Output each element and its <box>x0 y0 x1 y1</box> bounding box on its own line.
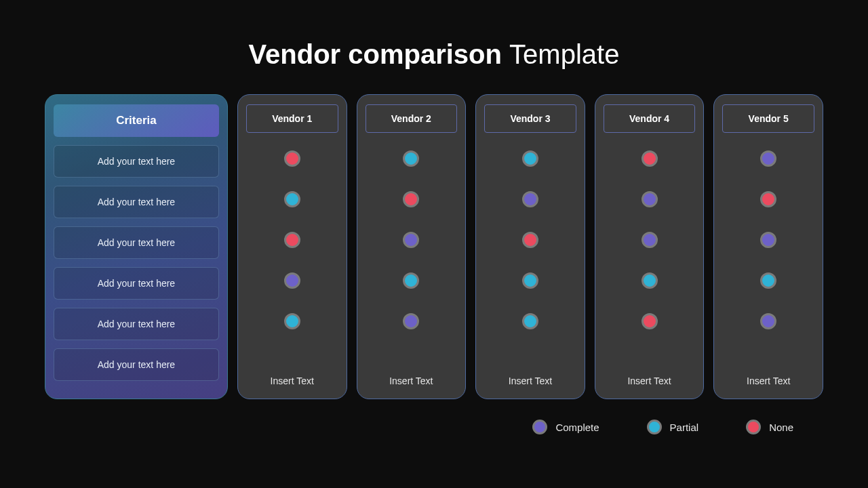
page-title: Vendor comparison Template <box>0 0 868 94</box>
status-dot <box>642 232 658 248</box>
status-dot <box>284 191 300 207</box>
status-dot <box>522 313 538 329</box>
status-dot <box>642 313 658 329</box>
vendor-header: Vendor 2 <box>366 104 458 133</box>
criteria-header: Criteria <box>54 104 219 137</box>
vendor-dots <box>484 146 576 366</box>
vendor-footer[interactable]: Insert Text <box>604 366 696 386</box>
status-dot <box>642 191 658 207</box>
criteria-item[interactable]: Add your text here <box>54 348 219 381</box>
status-dot <box>760 150 776 167</box>
criteria-item[interactable]: Add your text here <box>54 186 219 218</box>
status-dot <box>403 232 419 248</box>
status-dot <box>642 272 658 289</box>
vendor-footer[interactable]: Insert Text <box>722 366 814 386</box>
legend-partial: Partial <box>647 420 699 434</box>
status-dot <box>284 150 300 167</box>
circle-icon <box>647 420 662 434</box>
status-dot <box>760 232 776 248</box>
criteria-item[interactable]: Add your text here <box>54 308 219 340</box>
comparison-grid: Criteria Add your text here Add your tex… <box>0 94 868 399</box>
status-dot <box>284 272 300 289</box>
status-dot <box>760 272 776 289</box>
vendor-header: Vendor 3 <box>484 104 576 133</box>
status-dot <box>284 232 300 248</box>
status-dot <box>522 232 538 248</box>
status-dot <box>522 150 538 167</box>
status-dot <box>403 313 419 329</box>
vendor-header: Vendor 1 <box>246 104 338 133</box>
vendor-column-2: Vendor 2 Insert Text <box>357 94 467 399</box>
vendor-column-5: Vendor 5 Insert Text <box>713 94 823 399</box>
title-light: Template <box>509 39 619 69</box>
criteria-item[interactable]: Add your text here <box>54 226 219 259</box>
vendor-column-1: Vendor 1 Insert Text <box>237 94 347 399</box>
vendor-column-4: Vendor 4 Insert Text <box>595 94 705 399</box>
status-dot <box>760 313 776 329</box>
vendor-footer[interactable]: Insert Text <box>484 366 576 386</box>
vendor-column-3: Vendor 3 Insert Text <box>475 94 585 399</box>
status-dot <box>284 313 300 329</box>
legend-label: Partial <box>670 422 699 433</box>
vendor-header: Vendor 4 <box>604 104 696 133</box>
status-dot <box>403 272 419 289</box>
status-dot <box>522 272 538 289</box>
vendor-footer[interactable]: Insert Text <box>246 366 338 386</box>
status-dot <box>403 150 419 167</box>
criteria-item[interactable]: Add your text here <box>54 145 219 178</box>
legend: Complete Partial None <box>0 399 868 434</box>
status-dot <box>522 191 538 207</box>
status-dot <box>403 191 419 207</box>
criteria-column: Criteria Add your text here Add your tex… <box>45 94 228 399</box>
vendor-dots <box>246 146 338 366</box>
legend-complete: Complete <box>532 420 599 434</box>
vendor-footer[interactable]: Insert Text <box>366 366 458 386</box>
legend-label: None <box>769 422 793 433</box>
vendor-dots <box>366 146 458 366</box>
vendor-dots <box>722 146 814 366</box>
status-dot <box>760 191 776 207</box>
status-dot <box>642 150 658 167</box>
circle-icon <box>532 420 547 434</box>
vendor-header: Vendor 5 <box>722 104 814 133</box>
legend-label: Complete <box>555 422 599 433</box>
legend-none: None <box>746 420 793 434</box>
vendor-dots <box>604 146 696 366</box>
title-bold: Vendor comparison <box>249 39 502 69</box>
circle-icon <box>746 420 761 434</box>
criteria-item[interactable]: Add your text here <box>54 267 219 300</box>
